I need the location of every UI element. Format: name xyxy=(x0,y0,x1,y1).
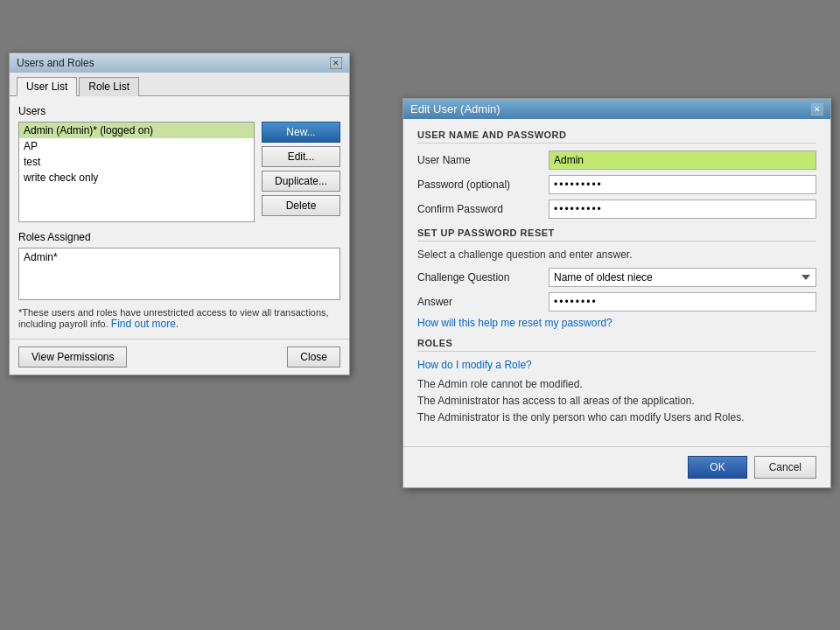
footer-note: *These users and roles have unrestricted… xyxy=(18,307,340,330)
roles-text-line-2: The Administrator has access to all area… xyxy=(417,393,816,410)
list-item[interactable]: Admin (Admin)* (logged on) xyxy=(19,122,254,138)
list-item[interactable]: write check only xyxy=(19,170,254,186)
password-row: Password (optional) xyxy=(417,175,816,194)
roles-section: How do I modify a Role? The Admin role c… xyxy=(417,359,816,427)
delete-button[interactable]: Delete xyxy=(262,195,340,216)
edit-dialog-titlebar: Edit User (Admin) ✕ xyxy=(403,99,830,119)
user-name-row: User Name xyxy=(417,150,816,170)
roles-assigned-label: Roles Assigned xyxy=(18,231,340,243)
challenge-question-row: Challenge Question Name of oldest niece … xyxy=(417,268,816,287)
user-name-password-header: USER NAME AND PASSWORD xyxy=(417,130,816,144)
close-icon: ✕ xyxy=(332,59,340,67)
roles-text-line-1: The Admin role cannot be modified. xyxy=(417,376,816,393)
setup-description: Select a challenge question and enter an… xyxy=(417,248,816,261)
answer-label: Answer xyxy=(417,296,549,308)
ok-button[interactable]: OK xyxy=(688,456,746,479)
new-button[interactable]: New... xyxy=(262,122,340,143)
list-item[interactable]: test xyxy=(19,154,254,170)
find-out-more-link[interactable]: Find out more. xyxy=(111,318,178,330)
users-action-buttons: New... Edit... Duplicate... Delete xyxy=(262,122,340,222)
roles-text-line-3: The Administrator is the only person who… xyxy=(417,410,816,426)
duplicate-button[interactable]: Duplicate... xyxy=(262,171,340,192)
password-label: Password (optional) xyxy=(417,178,549,191)
users-dialog-footer: View Permissions Close xyxy=(10,339,349,374)
challenge-question-label: Challenge Question xyxy=(417,271,549,284)
users-section-label: Users xyxy=(18,105,340,117)
edit-dialog-close-button[interactable]: ✕ xyxy=(811,103,823,116)
users-dialog-title: Users and Roles xyxy=(17,57,94,69)
password-input[interactable] xyxy=(549,175,816,194)
users-dialog-close-button[interactable]: ✕ xyxy=(330,57,342,69)
cancel-button[interactable]: Cancel xyxy=(754,456,816,479)
list-item[interactable]: AP xyxy=(19,138,254,154)
answer-input[interactable] xyxy=(549,292,816,312)
user-name-label: User Name xyxy=(417,154,549,166)
roles-assigned-section: Roles Assigned Admin* xyxy=(18,231,340,300)
confirm-password-input[interactable] xyxy=(549,200,816,219)
tab-user-list[interactable]: User List xyxy=(17,77,77,96)
setup-password-reset-header: SET UP PASSWORD RESET xyxy=(417,228,816,242)
users-layout: Admin (Admin)* (logged on) AP test write… xyxy=(18,122,340,222)
edit-dialog-content: USER NAME AND PASSWORD User Name Passwor… xyxy=(403,119,830,438)
view-permissions-button[interactable]: View Permissions xyxy=(18,346,127,368)
roles-header: ROLES xyxy=(417,338,816,352)
roles-assigned-value: Admin* xyxy=(24,251,58,263)
user-name-input[interactable] xyxy=(549,150,816,170)
challenge-question-select[interactable]: Name of oldest niece Name of first pet M… xyxy=(549,268,816,287)
answer-row: Answer xyxy=(417,292,816,312)
edit-dialog-title: Edit User (Admin) xyxy=(410,102,500,116)
confirm-password-row: Confirm Password xyxy=(417,200,816,219)
edit-user-dialog: Edit User (Admin) ✕ USER NAME AND PASSWO… xyxy=(402,98,831,488)
users-dialog-titlebar: Users and Roles ✕ xyxy=(10,53,349,73)
users-and-roles-dialog: Users and Roles ✕ User List Role List Us… xyxy=(9,52,350,375)
edit-dialog-footer: OK Cancel xyxy=(403,446,830,487)
how-modify-link[interactable]: How do I modify a Role? xyxy=(417,359,532,371)
users-dialog-content: Users Admin (Admin)* (logged on) AP test… xyxy=(10,96,349,339)
users-list[interactable]: Admin (Admin)* (logged on) AP test write… xyxy=(18,122,255,222)
roles-description: The Admin role cannot be modified. The A… xyxy=(417,376,816,427)
how-will-link[interactable]: How will this help me reset my password? xyxy=(417,317,612,329)
close-button[interactable]: Close xyxy=(287,346,340,368)
users-tabs: User List Role List xyxy=(10,73,349,96)
tab-role-list[interactable]: Role List xyxy=(79,77,139,96)
confirm-password-label: Confirm Password xyxy=(417,203,549,215)
close-icon: ✕ xyxy=(814,105,821,114)
edit-button[interactable]: Edit... xyxy=(262,146,340,167)
roles-assigned-box: Admin* xyxy=(18,248,340,300)
